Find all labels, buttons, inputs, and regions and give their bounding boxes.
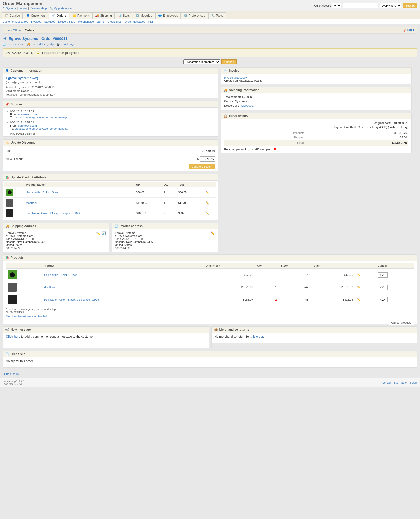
new-discount-input[interactable] bbox=[200, 156, 215, 162]
source-from-2[interactable]: egrovesys.com bbox=[18, 124, 37, 127]
customer-name-link[interactable]: Egrove Systems (#2) bbox=[6, 76, 38, 80]
help-button[interactable]: ❓ HELP bbox=[403, 29, 415, 32]
invoice-section: 🧾 Invoice Invoice #IN000007 Created on: … bbox=[221, 67, 412, 84]
products-uprice-1: $66.05 bbox=[204, 269, 255, 281]
change-status-button[interactable]: Change bbox=[221, 59, 237, 64]
tab-tools[interactable]: 🔧 Tools bbox=[208, 12, 226, 19]
click-here-link[interactable]: Click here bbox=[6, 335, 20, 338]
cancel-input-1[interactable] bbox=[378, 272, 388, 278]
products-edit-2[interactable]: ✏️ bbox=[355, 281, 376, 293]
cancel-input-3[interactable] bbox=[378, 297, 388, 302]
shipping-info-section: 🚚 Shipping information Total weight: 1.7… bbox=[221, 87, 412, 110]
back-to-list-link[interactable]: ◄ Back to list bbox=[3, 372, 19, 375]
products-uprice-3: $158.07 bbox=[204, 293, 255, 306]
customer-email: (demo@egrovesytech.com) bbox=[6, 81, 215, 84]
system-link-prefs[interactable]: 🔧 My preferences bbox=[49, 7, 73, 10]
footer-version: PrestaShop™ 1.4.5.1 Load time: 0.377s bbox=[3, 380, 27, 385]
breadcrumb-back-office[interactable]: Back Office bbox=[5, 29, 21, 32]
tab-preferences[interactable]: ⚙️ Preferences bbox=[181, 12, 208, 19]
order-details-body: Original cart: Cart #000020 Payment meth… bbox=[221, 119, 411, 153]
nav-statuses[interactable]: Statuses bbox=[44, 20, 55, 23]
payment-method-value: Cash on delivery (COD) (cashondelivery) bbox=[358, 126, 409, 129]
status-select[interactable]: Preparation in progress bbox=[183, 59, 220, 64]
footer-bug-tracker[interactable]: Bug Tracker bbox=[394, 381, 407, 384]
credit-slip-body: No slip for this order. bbox=[3, 357, 417, 367]
cancel-products-button[interactable]: Cancel products bbox=[389, 320, 414, 325]
shipping-addr-icon: 🚚 bbox=[5, 224, 9, 228]
customer-info-body: Egrove Systems (#2) (demo@egrovesytech.c… bbox=[3, 74, 218, 98]
products-row-3: iPod Nano - Color : Black, Disk space : … bbox=[6, 293, 414, 306]
edit-shipping-addr-icon[interactable]: ✏️ bbox=[96, 231, 101, 235]
invoice-address-section: 🧾 Invoice address ✏️ Egrove Systems eGro… bbox=[112, 223, 218, 252]
breadcrumb: Back Office › Orders bbox=[5, 29, 34, 32]
nav-invoices[interactable]: Invoices bbox=[31, 20, 41, 23]
tab-shipping[interactable]: 🚚 Shipping bbox=[92, 12, 115, 19]
invoice-header: 🧾 Invoice bbox=[221, 68, 411, 74]
tab-catalog[interactable]: 📋 Catalog bbox=[2, 12, 23, 19]
system-link-b[interactable]: B. Systems bbox=[3, 7, 17, 10]
order-details-icon: 📋 bbox=[224, 114, 227, 118]
header-left: Order Management B. Systems | Logout | V… bbox=[3, 1, 73, 10]
sources-scroll[interactable]: 05/6/2012 13:21:22 From: egrovesys.com T… bbox=[3, 108, 218, 137]
recycled-check-icon: ✔ bbox=[251, 147, 254, 151]
copy-shipping-addr-icon[interactable]: 🔄 bbox=[102, 231, 106, 235]
tab-customers[interactable]: 👤 Customers bbox=[23, 12, 48, 19]
products-col-action bbox=[355, 263, 376, 269]
nav-customer-messages[interactable]: Customer Messages bbox=[3, 20, 28, 23]
nav-merchandise-returns[interactable]: Merchandise Returns bbox=[78, 20, 105, 23]
source-from-1[interactable]: egrovesys.com bbox=[18, 113, 37, 116]
everywhere-select[interactable]: Everywhere bbox=[380, 3, 401, 8]
print-page-link[interactable]: Print page bbox=[62, 43, 75, 46]
product-attr-edit-2[interactable]: ✏️ bbox=[204, 198, 216, 208]
system-link-shop[interactable]: View my shop bbox=[30, 7, 47, 10]
source-date-1: 05/6/2012 13:21:22 bbox=[10, 110, 34, 113]
original-cart-value: Cart #000020 bbox=[391, 121, 408, 125]
tab-orders[interactable]: 🛒 Orders bbox=[49, 12, 69, 19]
secondary-nav: Customer Messages Invoices Statuses Deli… bbox=[0, 19, 420, 24]
invoice-address-header: 🧾 Invoice address bbox=[112, 223, 218, 229]
products-edit-1[interactable]: ✏️ bbox=[355, 269, 376, 281]
view-invoice-link[interactable]: View invoice bbox=[9, 43, 24, 46]
source-from-3[interactable]: modulebazaar.com bbox=[18, 135, 42, 137]
invoice-number[interactable]: Invoice #IN000007 bbox=[224, 76, 247, 79]
weight-label: Total weight: bbox=[224, 95, 241, 98]
product-attr-edit-1[interactable]: ✏️ bbox=[204, 187, 216, 198]
nav-pdf[interactable]: PDF bbox=[148, 20, 154, 23]
products-col-unitprice: Unit Price * bbox=[204, 263, 255, 269]
nav-order-messages[interactable]: Order Messages bbox=[125, 20, 145, 23]
col-qty: Qty bbox=[162, 182, 177, 187]
product-attr-edit-3[interactable]: ✏️ bbox=[204, 208, 216, 218]
two-column: 👤 Customer information Egrove Systems (#… bbox=[3, 67, 417, 254]
quick-access-select[interactable]: ▼ bbox=[332, 3, 341, 8]
nav-credit-slips[interactable]: Credit Slips bbox=[107, 20, 121, 23]
cancel-input-2[interactable] bbox=[378, 285, 388, 290]
footer-contact[interactable]: Contact bbox=[382, 381, 391, 384]
tab-employees[interactable]: 👥 Employees bbox=[155, 12, 181, 19]
source-to-1[interactable]: productdemo.egrovesys.com/ordermanage/ bbox=[15, 116, 68, 119]
edit-invoice-addr-icon[interactable]: ✏️ bbox=[211, 231, 215, 235]
merch-returns-link[interactable]: this order bbox=[251, 335, 263, 338]
update-discount-button[interactable]: Update Discount bbox=[189, 164, 215, 169]
products-cancel-1 bbox=[376, 269, 414, 281]
search-button[interactable]: Search bbox=[403, 3, 417, 8]
view-delivery-link[interactable]: View delivery slip bbox=[33, 43, 54, 46]
source-item-2: 05/6/2012 12:59:21 From: egrovesys.com T… bbox=[10, 121, 215, 130]
source-to-2[interactable]: productdemo.egrovesys.com/ordermanage/ bbox=[15, 127, 68, 130]
tab-modules[interactable]: ⚙️ Modules bbox=[133, 12, 155, 19]
total-price-row: Total $1,559.76 bbox=[224, 140, 408, 146]
invoice-created-value: 05/15/2012 02:38:47 bbox=[239, 79, 265, 82]
products-edit-3[interactable]: ✏️ bbox=[355, 293, 376, 306]
header-right: Quick Access ▼ Everywhere Search bbox=[314, 3, 417, 8]
system-link-logout[interactable]: Logout bbox=[19, 7, 28, 10]
tab-payment[interactable]: 💳 Payment bbox=[70, 12, 92, 19]
footer-forum[interactable]: Forum bbox=[410, 381, 417, 384]
delivery-slip-value[interactable]: #DE000007 bbox=[240, 104, 255, 107]
invoice-addr-line-6: 6037914890 bbox=[115, 246, 215, 250]
products-total-2: $1,170.57 bbox=[310, 281, 355, 293]
product-attr-up-2: $1170.57 bbox=[135, 198, 162, 208]
product-attribute-header: 🛍️ Update Product Attribute bbox=[3, 174, 218, 181]
nav-delivery-slips[interactable]: Delivery Slips bbox=[58, 20, 75, 23]
search-input[interactable] bbox=[343, 3, 378, 8]
tab-stats[interactable]: 📊 Stats bbox=[115, 12, 132, 19]
dollar-prefix: $ bbox=[197, 157, 199, 161]
